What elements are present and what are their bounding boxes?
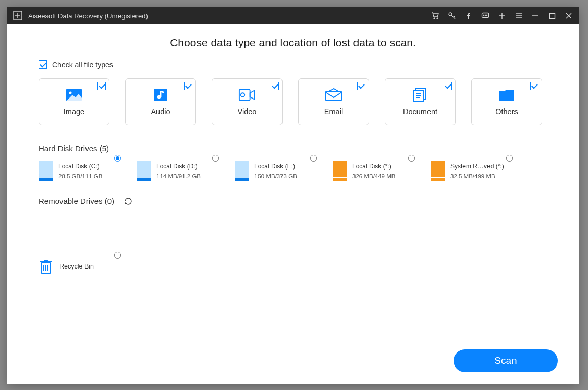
svg-rect-18 — [549, 13, 555, 18]
window-title: Aiseesoft Data Recovery (Unregistered) — [28, 12, 148, 20]
svg-point-11 — [486, 15, 487, 16]
recycle-bin-radio[interactable] — [114, 252, 121, 259]
file-type-others[interactable]: Others — [471, 78, 542, 125]
hard-disk-3[interactable]: Local Disk (*:)326 MB/449 MB — [333, 161, 431, 182]
hard-disk-0[interactable]: Local Disk (C:)28.5 GB/111 GB — [39, 161, 137, 182]
recycle-bin-item[interactable]: Recycle Bin — [39, 258, 137, 275]
svg-rect-34 — [499, 92, 514, 101]
hard-disk-1-radio[interactable] — [212, 155, 219, 162]
minimize-button[interactable] — [531, 11, 540, 20]
others-icon — [498, 88, 516, 102]
file-type-grid: ImageAudioVideoEmailDocumentOthers — [39, 78, 547, 125]
hard-disk-3-radio[interactable] — [408, 155, 415, 162]
file-type-document[interactable]: Document — [385, 78, 456, 125]
check-all-label: Check all file types — [52, 60, 113, 69]
svg-point-4 — [437, 18, 438, 19]
file-type-others-label: Others — [495, 107, 518, 116]
drive-icon — [333, 161, 347, 181]
drive-name: Local Disk (*:) — [352, 161, 395, 172]
titlebar-controls — [431, 11, 573, 20]
menu-icon[interactable] — [514, 11, 523, 20]
maximize-button[interactable] — [547, 11, 557, 20]
hard-disk-1[interactable]: Local Disk (D:)114 MB/91.2 GB — [137, 161, 235, 182]
file-type-video-label: Video — [238, 107, 257, 116]
file-type-video-checkbox[interactable] — [271, 82, 279, 90]
drive-info: System R…ved (*:)32.5 MB/499 MB — [450, 161, 504, 182]
hard-disk-row: Local Disk (C:)28.5 GB/111 GBLocal Disk … — [39, 161, 547, 182]
app-logo-icon — [13, 10, 23, 21]
key-icon[interactable] — [447, 11, 457, 20]
recycle-row: Recycle Bin — [39, 258, 547, 275]
file-type-image-label: Image — [64, 107, 84, 116]
file-type-email-label: Email — [324, 107, 343, 116]
file-type-audio-label: Audio — [151, 107, 170, 116]
svg-point-9 — [483, 15, 484, 16]
drive-name: Local Disk (D:) — [156, 161, 201, 172]
removable-header-text: Removable Drives (0) — [39, 197, 114, 205]
hard-disk-section-header: Hard Disk Drives (5) — [39, 144, 547, 153]
file-type-image-checkbox[interactable] — [97, 82, 106, 90]
app-window: Aiseesoft Data Recovery (Unregistered) C… — [7, 7, 579, 384]
image-icon — [65, 88, 83, 102]
drive-name: Local Disk (C:) — [58, 161, 102, 172]
main-heading: Choose data type and location of lost da… — [39, 36, 547, 49]
file-type-image[interactable]: Image — [39, 78, 109, 125]
svg-point-22 — [69, 92, 72, 94]
drive-info: Local Disk (D:)114 MB/91.2 GB — [156, 161, 201, 182]
file-type-document-label: Document — [403, 107, 437, 116]
drive-icon — [39, 161, 53, 181]
cart-icon[interactable] — [431, 11, 440, 20]
drive-icon — [137, 161, 151, 181]
check-all-checkbox[interactable] — [39, 60, 47, 69]
drive-size: 114 MB/91.2 GB — [156, 172, 201, 182]
drive-info: Local Disk (E:)150 MB/373 GB — [254, 161, 297, 182]
drive-name: System R…ved (*:) — [450, 161, 504, 172]
divider — [142, 201, 547, 201]
drive-info: Local Disk (*:)326 MB/449 MB — [352, 161, 395, 182]
svg-line-6 — [451, 15, 455, 19]
drive-icon — [235, 161, 249, 181]
svg-line-7 — [454, 16, 455, 17]
file-type-audio[interactable]: Audio — [125, 78, 196, 125]
file-type-video[interactable]: Video — [212, 78, 283, 125]
file-type-email[interactable]: Email — [298, 78, 369, 125]
file-type-email-checkbox[interactable] — [357, 82, 365, 90]
hard-disk-header-text: Hard Disk Drives (5) — [39, 144, 109, 153]
recycle-bin-label: Recycle Bin — [59, 263, 94, 270]
plus-icon[interactable] — [497, 11, 507, 20]
titlebar: Aiseesoft Data Recovery (Unregistered) — [7, 7, 579, 24]
drive-name: Local Disk (E:) — [254, 161, 297, 172]
removable-section-header: Removable Drives (0) — [39, 197, 547, 206]
drive-info: Local Disk (C:)28.5 GB/111 GB — [58, 161, 102, 182]
recycle-bin-icon — [39, 258, 53, 275]
scan-button[interactable]: Scan — [454, 349, 558, 372]
hard-disk-2-radio[interactable] — [310, 155, 317, 162]
facebook-icon[interactable] — [464, 11, 473, 20]
refresh-icon[interactable] — [124, 197, 133, 206]
close-button[interactable] — [564, 11, 573, 20]
drive-size: 32.5 MB/499 MB — [450, 172, 504, 182]
video-icon — [238, 88, 256, 102]
svg-rect-28 — [326, 91, 341, 101]
drive-icon — [431, 161, 445, 181]
drive-size: 326 MB/449 MB — [352, 172, 395, 182]
hard-disk-2[interactable]: Local Disk (E:)150 MB/373 GB — [235, 161, 333, 182]
file-type-document-checkbox[interactable] — [444, 82, 452, 90]
audio-icon — [152, 88, 169, 102]
file-type-audio-checkbox[interactable] — [184, 82, 192, 90]
email-icon — [325, 88, 342, 102]
feedback-icon[interactable] — [481, 11, 490, 20]
document-icon — [411, 88, 429, 102]
drive-size: 150 MB/373 GB — [254, 172, 297, 182]
check-all-row: Check all file types — [39, 60, 547, 69]
hard-disk-0-radio[interactable] — [114, 155, 121, 162]
content-area: Choose data type and location of lost da… — [7, 24, 579, 384]
file-type-others-checkbox[interactable] — [530, 82, 538, 90]
svg-point-10 — [485, 15, 486, 16]
hard-disk-4[interactable]: System R…ved (*:)32.5 MB/499 MB — [431, 161, 529, 182]
svg-point-3 — [434, 18, 435, 19]
svg-point-27 — [241, 93, 245, 97]
drive-size: 28.5 GB/111 GB — [58, 172, 102, 182]
hard-disk-4-radio[interactable] — [506, 155, 513, 162]
